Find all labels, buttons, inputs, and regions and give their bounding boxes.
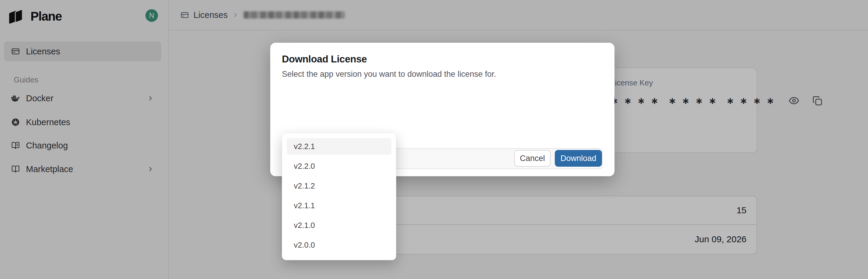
dropdown-option-v2.1.0[interactable]: v2.1.0	[287, 217, 392, 234]
dropdown-option-v2.1.2[interactable]: v2.1.2	[287, 178, 392, 194]
modal-title: Download License	[282, 54, 603, 65]
download-button[interactable]: Download	[555, 150, 602, 167]
dropdown-option-v2.2.1[interactable]: v2.2.1	[287, 138, 392, 155]
dropdown-option-v2.2.0[interactable]: v2.2.0	[287, 158, 392, 175]
modal-subtitle: Select the app version you want to downl…	[282, 70, 603, 79]
app-version-dropdown: v2.2.1 v2.2.0 v2.1.2 v2.1.1 v2.1.0 v2.0.…	[282, 133, 396, 260]
dropdown-option-v2.1.1[interactable]: v2.1.1	[287, 197, 392, 214]
cancel-button[interactable]: Cancel	[514, 150, 551, 167]
dropdown-option-v2.0.0[interactable]: v2.0.0	[287, 237, 392, 253]
